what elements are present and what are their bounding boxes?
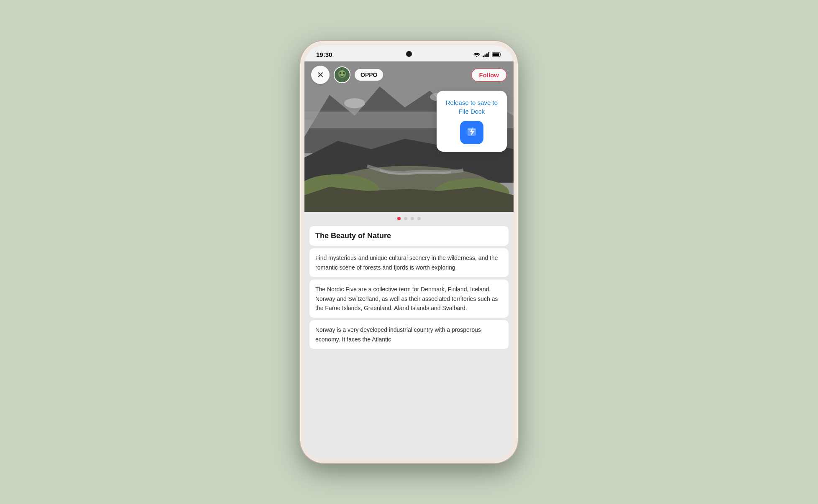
paragraph-3: Norway is a very developed industrial co…: [315, 325, 503, 344]
svg-rect-2: [486, 53, 488, 57]
dot-1: [397, 217, 401, 220]
dot-2: [404, 217, 407, 220]
paragraph-1: Find mysterious and unique cultural scen…: [315, 253, 503, 272]
hero-image: ✕: [304, 61, 514, 212]
phone-inner: 19:30: [304, 45, 514, 459]
svg-point-16: [344, 98, 365, 108]
phone-frame: 19:30: [300, 41, 518, 463]
app-content: ✕: [304, 61, 514, 459]
avatar-svg: [335, 67, 350, 82]
content-section: The Beauty of Nature Find mysterious and…: [304, 212, 514, 351]
avatar: [334, 66, 350, 83]
svg-rect-0: [483, 56, 484, 57]
lightning-icon: [466, 126, 478, 139]
paragraph-2: The Nordic Five are a collective term fo…: [315, 285, 503, 313]
file-dock-text: Release to save toFile Dock: [446, 98, 498, 116]
close-button[interactable]: ✕: [311, 66, 330, 84]
svg-marker-15: [304, 187, 514, 212]
file-dock-tooltip: Release to save toFile Dock: [437, 91, 507, 152]
wifi-icon: [473, 52, 480, 57]
title-card: The Beauty of Nature: [309, 226, 509, 246]
screen: 19:30: [304, 45, 514, 459]
svg-rect-5: [493, 53, 499, 56]
file-dock-icon: [460, 121, 483, 144]
battery-icon: [492, 52, 502, 57]
signal-icon: [483, 52, 489, 57]
dot-4: [417, 217, 421, 220]
svg-rect-1: [485, 54, 486, 57]
status-icons: [473, 52, 502, 57]
avatar-image: [335, 67, 350, 82]
paragraph-1-card: Find mysterious and unique cultural scen…: [309, 248, 509, 277]
paragraph-3-card: Norway is a very developed industrial co…: [309, 320, 509, 349]
svg-rect-3: [488, 52, 490, 57]
status-time: 19:30: [316, 51, 332, 58]
paragraph-2-card: The Nordic Five are a collective term fo…: [309, 280, 509, 318]
close-icon: ✕: [317, 70, 324, 80]
status-bar: 19:30: [304, 45, 514, 61]
svg-point-22: [338, 74, 341, 77]
dots-row: [304, 212, 514, 224]
username-label: OPPO: [355, 69, 383, 81]
dot-3: [411, 217, 414, 220]
follow-button[interactable]: Follow: [471, 69, 507, 81]
camera-cutout: [406, 51, 412, 57]
svg-point-23: [343, 74, 346, 77]
top-bar: ✕: [304, 61, 514, 88]
article-title: The Beauty of Nature: [315, 231, 503, 241]
